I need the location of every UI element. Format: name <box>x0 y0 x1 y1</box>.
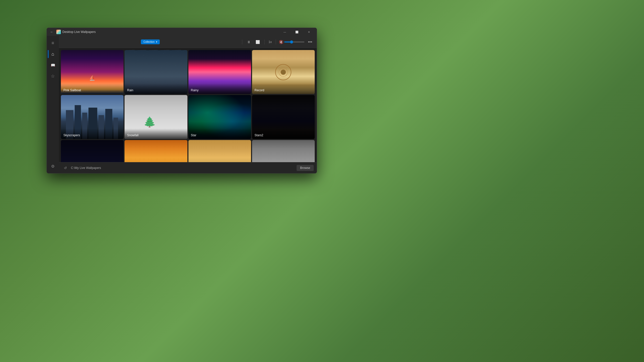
volume-fill <box>284 41 290 42</box>
app-window: ← Desktop Live Wallpapers — ⬜ ✕ ≡ ⌂ 📖 ☆ <box>47 28 317 173</box>
sidebar-item-menu[interactable]: ≡ <box>48 38 58 48</box>
more-options-button[interactable]: ••• <box>306 40 314 44</box>
restore-button[interactable]: ⬜ <box>291 28 303 36</box>
sidebar: ≡ ⌂ 📖 ☆ ⚙ <box>47 36 59 173</box>
window-body: ≡ ⌂ 📖 ☆ ⚙ Collection ▾ <box>47 36 317 173</box>
window-title: Desktop Live Wallpapers <box>62 30 279 34</box>
wallpaper-item-skyscrapers[interactable]: Skyscrapers <box>61 95 124 139</box>
titlebar: ← Desktop Live Wallpapers — ⬜ ✕ <box>47 28 317 36</box>
collection-label: Collection <box>143 40 154 43</box>
toolbar: Collection ▾ ⏸ ⬜ 1x 🔇 <box>59 36 317 48</box>
sidebar-item-library[interactable]: 📖 <box>48 60 58 70</box>
volume-slider[interactable] <box>284 41 304 42</box>
wallpaper-item-row3-1[interactable] <box>61 140 124 162</box>
library-icon: 📖 <box>51 63 55 67</box>
wallpaper-item-row3-3[interactable] <box>188 140 251 162</box>
settings-button[interactable]: ⚙ <box>48 161 58 171</box>
dropdown-arrow-icon: ▾ <box>156 40 157 43</box>
back-button[interactable]: ← <box>49 29 55 35</box>
square-icon: ⬜ <box>256 40 260 44</box>
pause-icon: ⏸ <box>247 40 251 44</box>
wallpaper-item-stars2[interactable]: Stars2 <box>252 95 315 139</box>
sidebar-item-favorites[interactable]: ☆ <box>48 71 58 81</box>
wallpaper-grid: Pink Sailboat Rain Rainy Record <box>59 48 317 162</box>
minimize-button[interactable]: — <box>279 28 291 36</box>
home-icon: ⌂ <box>52 52 54 57</box>
wallpaper-item-star[interactable]: Star <box>188 95 251 139</box>
volume-thumb <box>290 40 293 43</box>
refresh-button[interactable]: ↺ <box>62 164 69 171</box>
close-button[interactable]: ✕ <box>303 28 315 36</box>
wallpaper-item-snowfall[interactable]: Snowfall <box>125 95 187 139</box>
wallpaper-item-record[interactable]: Record <box>252 50 315 94</box>
toolbar-separator-1 <box>242 39 242 44</box>
collection-dropdown[interactable]: Collection ▾ <box>141 39 160 44</box>
mute-icon[interactable]: 🔇 <box>279 40 283 44</box>
volume-control: 🔇 <box>279 40 304 44</box>
favorites-icon: ☆ <box>51 73 55 79</box>
window-controls: — ⬜ ✕ <box>279 28 315 36</box>
sidebar-item-home[interactable]: ⌂ <box>48 49 58 59</box>
bottom-bar: ↺ Browse <box>59 162 317 173</box>
path-input[interactable] <box>71 166 295 170</box>
toolbar-separator-2 <box>264 39 265 44</box>
wallpaper-item-pink-sailboat[interactable]: Pink Sailboat <box>61 50 124 94</box>
pause-button[interactable]: ⏸ <box>245 38 252 46</box>
wallpaper-item-rain[interactable]: Rain <box>125 50 187 94</box>
browse-button[interactable]: Browse <box>297 165 314 171</box>
menu-icon: ≡ <box>52 40 54 46</box>
fullscreen-button[interactable]: ⬜ <box>254 38 261 46</box>
app-icon <box>56 30 61 34</box>
main-content: Collection ▾ ⏸ ⬜ 1x 🔇 <box>59 36 317 173</box>
settings-icon: ⚙ <box>51 164 55 169</box>
toolbar-separator-3 <box>276 39 276 44</box>
speed-label: 1x <box>268 40 273 44</box>
wallpaper-item-row3-4[interactable] <box>252 140 315 162</box>
refresh-icon: ↺ <box>64 166 67 170</box>
wallpaper-item-row3-2[interactable] <box>125 140 187 162</box>
wallpaper-item-rainy[interactable]: Rainy <box>188 50 251 94</box>
